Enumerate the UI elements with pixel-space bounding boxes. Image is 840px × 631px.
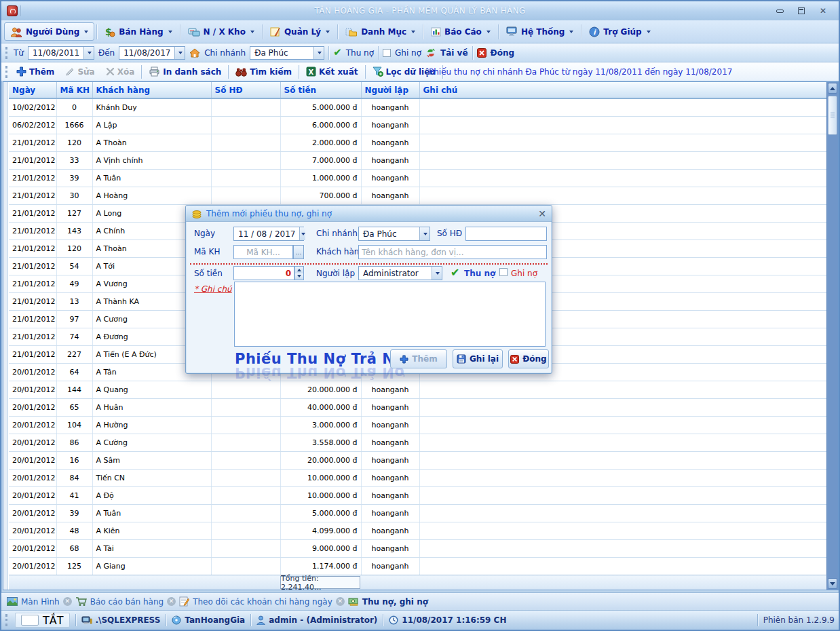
cell-code: 64 [56,363,92,381]
dialog-close-icon[interactable]: ✕ [538,209,546,218]
thu-no-option[interactable]: Thu nợ [346,48,374,58]
ma-kh-input[interactable] [233,245,293,259]
so-tien-spinner[interactable] [294,266,304,280]
table-row[interactable]: 20/01/201286A Cường3.558.000 đhoanganh [9,434,827,451]
table-row[interactable]: 20/01/201284Tiến CN10.000.000 đhoanganh [9,469,827,486]
tab-close-icon[interactable]: ✕ [167,597,176,606]
table-row[interactable]: 21/01/201233A Vịnh chính7.000.000 đhoang… [9,151,827,169]
table-row[interactable]: 20/01/201268A Tài9.000.000 đhoanganh [9,539,827,557]
maximize-button[interactable] [795,6,807,16]
tim-kiem-button[interactable]: Tìm kiếm [231,66,296,78]
ket-xuat-button[interactable]: X Kết xuất [302,65,362,78]
cell-amount: 5.000.000 đ [280,98,361,116]
scroll-down-button[interactable] [828,578,837,589]
ngay-date-picker[interactable]: 11 / 08 / 2017 [233,227,304,241]
col-header-ghi-chu[interactable]: Ghi chú [419,82,827,98]
in-danh-sach-button[interactable]: In danh sách [145,65,225,78]
dialog-title-bar[interactable]: Thêm mới phiếu thu nợ, ghi nợ ✕ [186,206,552,222]
table-row[interactable]: 20/01/201241A Độ10.000.000 đhoanganh [9,486,827,504]
table-row[interactable]: 21/01/201230A Hoàng700.000 đhoanganh [9,187,827,204]
tab-theo-doi-chi[interactable]: Theo dõi các khoản chi hàng ngày ✕ [179,596,345,607]
check-icon[interactable]: ✔ [451,267,459,278]
to-date-picker[interactable]: 11/08/2017 [119,46,185,60]
chevron-down-icon[interactable] [419,227,429,240]
refresh-icon[interactable] [425,48,436,58]
table-row[interactable]: 20/01/2012125A Giang1.174.000 đhoanganh [9,557,827,575]
sua-button[interactable]: Sửa [61,66,98,78]
from-date-picker[interactable]: 11/08/2011 [28,46,94,60]
table-row[interactable]: 20/01/201248A Kiên4.099.000 đhoanganh [9,522,827,539]
table-row[interactable]: 10/02/20120Khánh Duy5.000.000 đhoanganh [9,98,827,116]
so-tien-input[interactable] [233,266,294,280]
menu-nguoi-dung[interactable]: Người Dùng [4,22,94,41]
vertical-scrollbar[interactable] [826,82,838,590]
table-row[interactable]: 20/01/2012104A Hường3.000.000 đhoanganh [9,416,827,434]
check-icon[interactable]: ✔ [333,47,342,58]
menu-nx-kho[interactable]: N / X Kho [183,22,260,41]
menu-danh-muc[interactable]: Danh Mục [340,22,421,41]
table-row[interactable]: 06/02/20121666A Lập6.000.000 đhoanganh [9,116,827,134]
tat-toggle[interactable]: TẮT [15,613,70,628]
tab-bao-cao-ban-hang[interactable]: Báo cáo bán hàng ✕ [75,596,176,607]
tab-man-hinh[interactable]: Màn Hình ✕ [7,597,72,607]
dong-button[interactable]: Đóng [491,48,514,58]
table-row[interactable]: 20/01/201239A Tuân5.000.000 đhoanganh [9,504,827,522]
table-row[interactable]: 21/01/201239A Tuân1.000.000 đhoanganh [9,169,827,187]
tab-close-icon[interactable]: ✕ [63,597,72,606]
col-header-so-tien[interactable]: Số tiền [280,82,361,98]
col-header-so-hd[interactable]: Số HĐ [211,82,280,98]
xoa-button[interactable]: Xóa [102,66,139,78]
server-label: .\SQLEXPRESS [96,615,161,625]
dialog-thu-no-option[interactable]: Thu nợ [464,269,495,278]
menu-bao-cao[interactable]: Báo Cáo [425,22,496,41]
tab-close-icon[interactable]: ✕ [336,597,345,606]
branch-select[interactable]: Đa Phúc [250,46,324,60]
chevron-down-icon[interactable] [299,227,305,240]
tai-ve-button[interactable]: Tải về [440,48,468,58]
divider [328,46,329,60]
cell-date: 21/01/2012 [9,134,56,151]
col-header-ngay[interactable]: Ngày [9,82,56,98]
dialog-them-button[interactable]: Thêm [390,349,447,368]
dialog-ghi-no-checkbox[interactable] [499,268,508,276]
menu-tro-giup[interactable]: i Trợ Giúp [584,22,655,41]
cell-note [419,539,827,557]
ghi-no-checkbox[interactable] [383,49,391,57]
col-header-ma-kh[interactable]: Mã KH [56,82,92,98]
ma-kh-browse-button[interactable]: ... [293,245,304,259]
close-button[interactable]: ✕ [817,6,829,16]
table-row[interactable]: 20/01/2012144A Quang20.000.000 đhoanganh [9,381,827,398]
chi-nhanh-select[interactable]: Đa Phúc [358,227,430,241]
them-button[interactable]: Thêm [12,65,58,78]
spinner-down-icon[interactable] [295,273,303,280]
divider [581,24,581,39]
menu-ban-hang[interactable]: $ Bán Hàng [99,22,177,41]
divider [250,614,251,626]
dialog-ghi-lai-button[interactable]: Ghi lại [453,349,503,368]
table-row[interactable]: 21/01/2012120A Thoàn2.000.000 đhoanganh [9,134,827,151]
close-red-icon[interactable] [477,48,486,58]
table-row[interactable]: 20/01/201265A Huân40.000.000 đhoanganh [9,398,827,416]
ghi-no-option[interactable]: Ghi nợ [395,48,421,58]
dialog-ghi-no-option[interactable]: Ghi nợ [511,269,537,278]
chevron-down-icon[interactable] [174,47,185,59]
chevron-down-icon[interactable] [83,47,94,59]
chevron-down-icon[interactable] [432,267,442,280]
scrollbar-thumb[interactable] [828,96,837,135]
spinner-up-icon[interactable] [295,267,303,273]
dialog-dong-button[interactable]: Đóng [508,349,549,368]
chevron-down-icon[interactable] [313,47,324,59]
so-hd-input[interactable] [465,227,547,241]
menu-he-thong[interactable]: Hệ Thống [501,22,579,41]
minimize-button[interactable] [774,6,786,16]
menu-bar: Người Dùng $ Bán Hàng N / X Kho Quản Lý … [1,20,839,43]
nguoi-lap-select[interactable]: Administrator [358,266,442,280]
menu-quan-ly[interactable]: Quản Lý [265,22,335,41]
col-header-nguoi-lap[interactable]: Người lập [361,82,419,98]
khach-hang-input[interactable] [358,245,547,259]
scroll-up-button[interactable] [828,83,837,94]
ghi-chu-textarea[interactable] [234,282,546,347]
tab-thu-no-ghi-no[interactable]: Thu nợ, ghi nợ [348,597,428,607]
col-header-khach-hang[interactable]: Khách hàng [92,82,211,98]
table-row[interactable]: 20/01/201216A Sâm20.000.000 đhoanganh [9,451,827,469]
